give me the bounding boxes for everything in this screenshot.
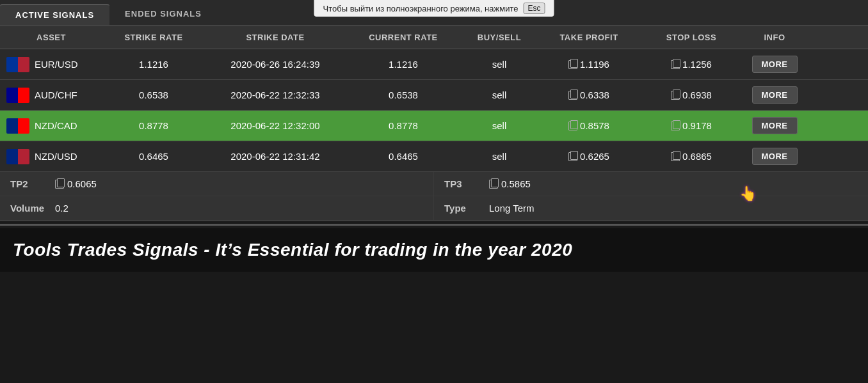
info-nzdusd: MORE [743,148,807,165]
copy-icon [568,121,577,130]
stop-loss-nzdcad: 0.9178 [640,120,743,131]
expanded-tp-row: TP2 0.6065 TP3 0.5865 [0,172,868,196]
buy-sell-nzdusd: sell [461,151,538,162]
copy-icon [568,60,577,69]
volume-value: 0.2 [55,203,68,214]
asset-name-nzdusd: NZD/USD [35,151,77,162]
current-rate-nzdusd: 0.6465 [346,151,461,162]
asset-cell-nzdusd: NZD/USD [0,149,102,164]
table-row: EUR/USD 1.1216 2020-06-26 16:24:39 1.121… [0,49,868,80]
tp3-cell: TP3 0.5865 [434,172,868,196]
more-button-nzdcad[interactable]: MORE [752,117,798,134]
info-nzdcad: MORE [743,117,807,134]
take-profit-audchf: 0.6338 [538,90,640,100]
more-button-audchf[interactable]: MORE [752,86,798,104]
flag-nzdusd [6,149,29,164]
volume-label: Volume [10,203,49,214]
buy-sell-nzdcad: sell [461,120,538,131]
table-header: ASSET STRIKE RATE STRIKE DATE CURRENT RA… [0,26,868,49]
tab-ended-signals[interactable]: ENDED SIGNALS [109,4,217,25]
asset-name-nzdcad: NZD/CAD [35,120,77,131]
expanded-details: TP2 0.6065 TP3 0.5865 Volume 0.2 Type [0,172,868,221]
copy-icon [671,60,680,69]
info-eurusd: MORE [743,56,807,73]
current-rate-eurusd: 1.1216 [346,59,461,70]
info-audchf: MORE [743,86,807,104]
current-rate-audchf: 0.6538 [346,90,461,100]
tp3-value: 0.5865 [489,178,531,189]
col-stop-loss: STOP LOSS [640,33,743,42]
signals-table: ASSET STRIKE RATE STRIKE DATE CURRENT RA… [0,26,868,221]
strike-date-nzdusd: 2020-06-22 12:31:42 [205,151,346,162]
more-button-eurusd[interactable]: MORE [752,56,798,73]
asset-cell-nzdcad: NZD/CAD [0,118,102,134]
copy-icon [55,180,64,189]
asset-cell-eurusd: EUR/USD [0,57,102,72]
col-strike-rate: STRIKE RATE [102,33,205,42]
copy-icon [568,152,577,161]
flag-eurusd [6,57,29,72]
type-value: Long Term [489,203,534,214]
volume-cell: Volume 0.2 [0,196,434,220]
take-profit-eurusd: 1.1196 [538,59,640,70]
esc-key: Esc [523,3,545,14]
strike-rate-nzdcad: 0.8778 [102,120,205,131]
col-strike-date: STRIKE DATE [205,33,346,42]
expanded-volume-row: Volume 0.2 Type Long Term [0,196,868,221]
strike-date-eurusd: 2020-06-26 16:24:39 [205,59,346,70]
stop-loss-audchf: 0.6938 [640,90,743,100]
table-row: NZD/USD 0.6465 2020-06-22 12:31:42 0.646… [0,141,868,172]
tp3-label: TP3 [444,178,483,189]
tab-active-signals[interactable]: ACTIVE SIGNALS [0,4,109,25]
strike-date-nzdcad: 2020-06-22 12:32:00 [205,120,346,131]
table-row: NZD/CAD 0.8778 2020-06-22 12:32:00 0.877… [0,111,868,141]
tp2-label: TP2 [10,178,49,189]
copy-icon [671,121,680,130]
copy-icon [671,152,680,161]
copy-icon [671,91,680,100]
type-cell: Type Long Term [434,196,868,220]
strike-rate-eurusd: 1.1216 [102,59,205,70]
type-label: Type [444,203,483,214]
col-asset: ASSET [0,33,102,42]
strike-rate-audchf: 0.6538 [102,90,205,100]
stop-loss-eurusd: 1.1256 [640,59,743,70]
bottom-banner: Tools Trades Signals - It’s Essential fo… [0,228,868,272]
fullscreen-notice: Чтобы выйти из полноэкранного режима, на… [314,0,554,17]
bottom-banner-text: Tools Trades Signals - It’s Essential fo… [13,240,572,260]
strike-date-audchf: 2020-06-22 12:32:33 [205,90,346,100]
separator [0,224,868,226]
buy-sell-eurusd: sell [461,59,538,70]
asset-name-audchf: AUD/CHF [35,90,77,100]
flag-audchf [6,88,29,103]
tp2-cell: TP2 0.6065 [0,172,434,196]
tp2-value: 0.6065 [55,178,97,189]
col-take-profit: TAKE PROFIT [538,33,640,42]
current-rate-nzdcad: 0.8778 [346,120,461,131]
copy-icon [489,180,498,189]
buy-sell-audchf: sell [461,90,538,100]
flag-nzdcad [6,118,29,134]
col-current-rate: CURRENT RATE [346,33,461,42]
asset-cell-audchf: AUD/CHF [0,88,102,103]
stop-loss-nzdusd: 0.6865 [640,151,743,162]
more-button-nzdusd[interactable]: MORE [752,148,798,165]
fullscreen-notice-text: Чтобы выйти из полноэкранного режима, на… [323,4,518,13]
table-row: AUD/CHF 0.6538 2020-06-22 12:32:33 0.653… [0,80,868,111]
copy-icon [568,91,577,100]
col-buy-sell: BUY/SELL [461,33,538,42]
asset-name-eurusd: EUR/USD [35,59,78,70]
strike-rate-nzdusd: 0.6465 [102,151,205,162]
col-info: INFO [743,33,807,42]
take-profit-nzdusd: 0.6265 [538,151,640,162]
take-profit-nzdcad: 0.8578 [538,120,640,131]
